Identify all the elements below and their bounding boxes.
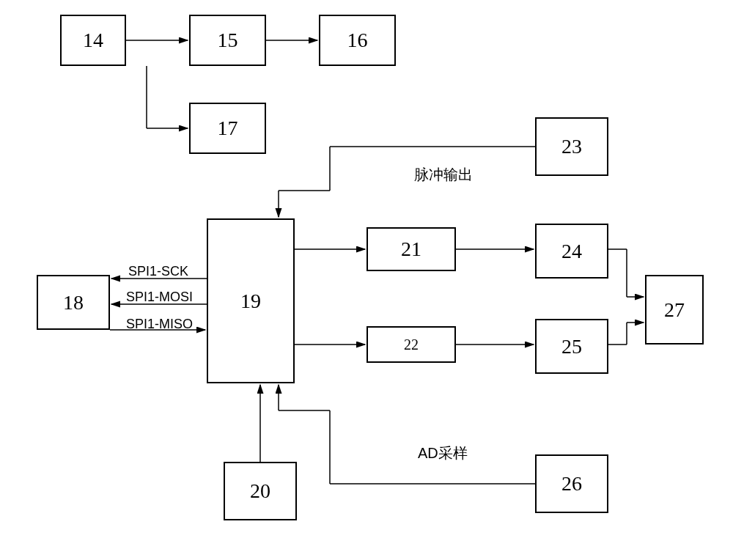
block-23: 23 [535, 117, 608, 176]
label-spi-miso: SPI1-MISO [126, 317, 193, 332]
block-16: 16 [319, 15, 396, 66]
block-20: 20 [224, 462, 297, 520]
connector-layer [0, 0, 733, 560]
block-14: 14 [60, 15, 126, 66]
label-ad-sample: AD采样 [418, 443, 468, 463]
block-17: 17 [189, 103, 266, 154]
block-18: 18 [37, 275, 110, 330]
label-pulse-output: 脉冲输出 [414, 165, 473, 185]
block-25: 25 [535, 319, 608, 374]
block-24: 24 [535, 224, 608, 279]
block-19: 19 [207, 218, 295, 383]
label-spi-mosi: SPI1-MOSI [126, 290, 193, 305]
block-21: 21 [366, 227, 456, 271]
block-22: 22 [366, 326, 456, 363]
label-spi-sck: SPI1-SCK [128, 264, 188, 279]
block-15: 15 [189, 15, 266, 66]
block-26: 26 [535, 454, 608, 513]
block-27: 27 [645, 275, 704, 345]
